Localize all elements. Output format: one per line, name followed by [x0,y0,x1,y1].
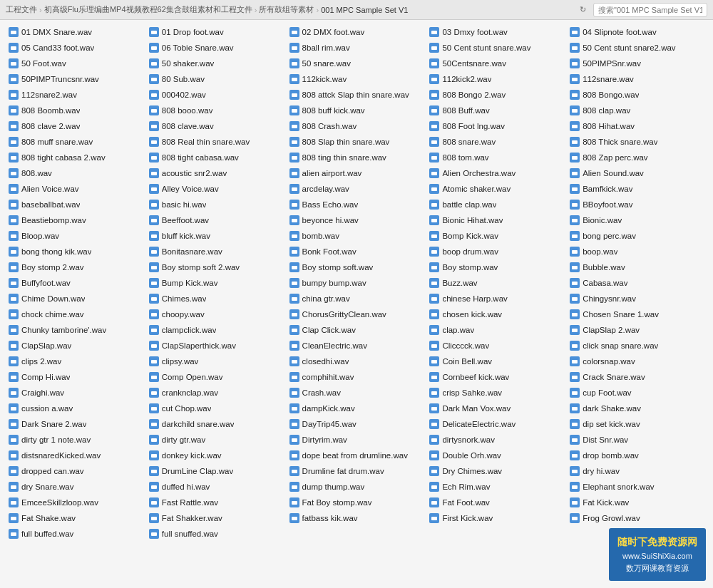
list-item[interactable]: 808 booo.wav [146,103,287,118]
list-item[interactable]: duffed hi.wav [146,479,287,495]
list-item[interactable]: 50 Cent stunt snare2.wav [567,40,707,56]
list-item[interactable]: Ech Rim.wav [426,479,567,495]
list-item[interactable]: dip set kick.wav [567,416,707,432]
list-item[interactable]: alien airport.wav [287,165,427,181]
list-item[interactable]: fatbass kik.wav [287,510,427,526]
list-item[interactable]: 50Centsnare.wav [426,56,567,71]
list-item[interactable]: 05 Cand33 foot.wav [6,40,146,56]
list-item[interactable]: 808 buff kick.wav [287,103,427,118]
list-item[interactable]: dry hi.wav [567,463,707,479]
list-item[interactable]: 808 Thick snare.wav [567,134,707,150]
list-item[interactable]: 808 Slap thin snare.wav [287,134,427,150]
list-item[interactable]: 50 snare.wav [287,56,427,71]
list-item[interactable]: Cornbeef kick.wav [426,369,567,385]
list-item[interactable]: 01 Drop foot.wav [146,24,287,40]
list-item[interactable]: Double Orh.wav [426,448,567,463]
list-item[interactable]: Bonk Foot.wav [287,244,427,259]
list-item[interactable]: 04 Slipnote foot.wav [567,24,707,40]
list-item[interactable]: 808 tight cabasa.wav [146,150,287,165]
list-item[interactable]: Drumline fat drum.wav [287,463,427,479]
list-item[interactable]: 50 shaker.wav [146,56,287,71]
list-item[interactable]: drop bomb.wav [567,448,707,463]
list-item[interactable]: 06 Tobie Snare.wav [146,40,287,56]
list-item[interactable]: Comp Hi.wav [6,369,146,385]
list-item[interactable]: cup Foot.wav [567,385,707,401]
list-item[interactable]: Fat Shakker.wav [146,510,287,526]
list-item[interactable]: 8ball rim.wav [287,40,427,56]
list-item[interactable]: chosen kick.wav [426,306,567,322]
list-item[interactable]: Beeffoot.wav [146,212,287,228]
list-item[interactable]: 808 tight cabasa 2.wav [6,150,146,165]
list-item[interactable]: 808 clave 2.wav [6,118,146,134]
list-item[interactable]: full snuffed.wav [146,526,287,542]
list-item[interactable]: Boy stomp soft.wav [287,259,427,275]
list-item[interactable]: dump thump.wav [287,479,427,495]
list-item[interactable]: donkey kick.wav [146,448,287,463]
list-item[interactable]: chinese Harp.wav [426,291,567,306]
list-item[interactable]: 808 clap.wav [567,103,707,118]
list-item[interactable]: 112snare2.wav [6,87,146,103]
list-item[interactable]: boop.wav [567,244,707,259]
list-item[interactable]: clipsy.wav [146,354,287,369]
list-item[interactable]: battle clap.wav [426,197,567,212]
list-item[interactable]: 808 snare.wav [426,134,567,150]
list-item[interactable]: Bump Kick.wav [146,275,287,291]
list-item[interactable]: clips 2.wav [6,354,146,369]
list-item[interactable]: Chingysnr.wav [567,291,707,306]
list-item[interactable]: Boy stomp 2.wav [6,259,146,275]
list-item[interactable]: Elephant snork.wav [567,479,707,495]
breadcrumb-part-3[interactable]: 所有鼓组等素材 [259,4,314,15]
list-item[interactable]: distsnaredKicked.wav [6,448,146,463]
list-item[interactable]: Crack Snare.wav [567,369,707,385]
list-item[interactable]: Frog Growl.wav [567,510,707,526]
list-item[interactable]: beyonce hi.wav [287,212,427,228]
list-item[interactable]: acoustic snr2.wav [146,165,287,181]
list-item[interactable]: bluff kick.wav [146,228,287,244]
list-item[interactable]: 808 tom.wav [426,150,567,165]
list-item[interactable]: DayTrip45.wav [287,416,427,432]
list-item[interactable]: 000402.wav [146,87,287,103]
list-item[interactable]: DrumLine Clap.wav [146,463,287,479]
list-item[interactable]: Alley Voice.wav [146,181,287,197]
list-item[interactable]: Fat Kick.wav [567,495,707,510]
list-item[interactable]: basic hi.wav [146,197,287,212]
list-item[interactable]: Bamfkick.wav [567,181,707,197]
list-item[interactable]: Dark Man Vox.wav [426,401,567,416]
list-item[interactable]: 112kick.wav [287,71,427,87]
list-item[interactable]: Fat Boy stomp.wav [287,495,427,510]
list-item[interactable]: cut Chop.wav [146,401,287,416]
list-item[interactable]: china gtr.wav [287,291,427,306]
list-item[interactable]: 808 Hihat.wav [567,118,707,134]
list-item[interactable]: Chime Down.wav [6,291,146,306]
list-item[interactable]: 808 Buff.wav [426,103,567,118]
list-item[interactable]: Cabasa.wav [567,275,707,291]
list-item[interactable]: Bonitasnare.wav [146,244,287,259]
list-item[interactable]: 808 Foot lng.wav [426,118,567,134]
list-item[interactable]: 50PIMPTruncsnr.wav [6,71,146,87]
list-item[interactable]: 808.wav [6,165,146,181]
list-item[interactable]: closedhi.wav [287,354,427,369]
list-item[interactable]: Bomp Kick.wav [426,228,567,244]
list-item[interactable]: 808 muff snare.wav [6,134,146,150]
list-item[interactable]: Bass Echo.wav [287,197,427,212]
list-item[interactable]: 808 clave.wav [146,118,287,134]
list-item[interactable]: Bionic Hihat.wav [426,212,567,228]
list-item[interactable]: CleanElectric.wav [287,338,427,354]
list-item[interactable]: Dist Snr.wav [567,432,707,448]
list-item[interactable]: dropped can.wav [6,463,146,479]
list-item[interactable]: 112kick2.wav [426,71,567,87]
list-item[interactable]: Clap Click.wav [287,322,427,338]
list-item[interactable]: Alien Orchestra.wav [426,165,567,181]
breadcrumb-part-1[interactable]: 工程文件 [6,4,37,15]
list-item[interactable]: 808 Bongo.wav [567,87,707,103]
list-item[interactable]: ChorusGrittyClean.wav [287,306,427,322]
breadcrumb-part-2[interactable]: 初高级Flu乐理编曲MP4视频教程62集含鼓组素材和工程文件 [44,4,252,15]
list-item[interactable]: bong perc.wav [567,228,707,244]
list-item[interactable]: EmceeSkillzloop.wav [6,495,146,510]
list-item[interactable]: Dirtyrim.wav [287,432,427,448]
list-item[interactable]: 808 Crash.wav [287,118,427,134]
list-item[interactable]: Bloop.wav [6,228,146,244]
list-item[interactable]: Fat Foot.wav [426,495,567,510]
list-item[interactable]: Alien Voice.wav [6,181,146,197]
list-item[interactable]: Chosen Snare 1.wav [567,306,707,322]
